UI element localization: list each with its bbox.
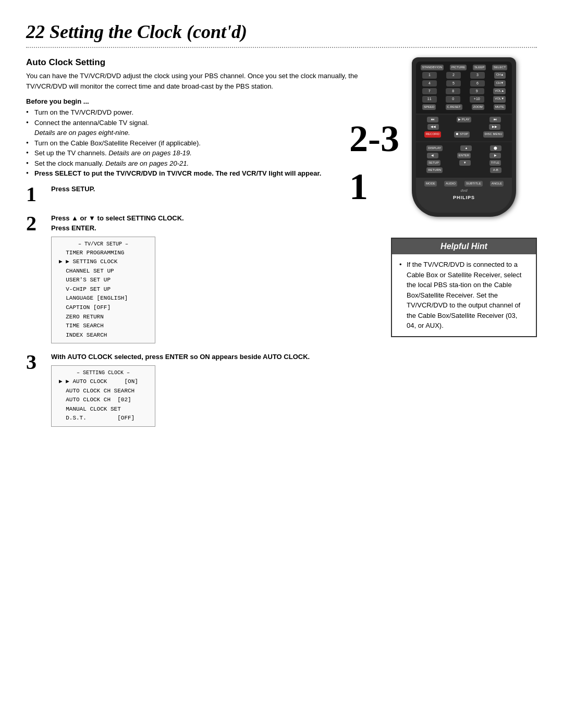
play-button[interactable]: ▶ PLAY xyxy=(457,117,471,122)
menu-item: AUTO CLOCK CH [02] xyxy=(57,396,150,405)
remote-bottom-section: MODE AUDIO SUBTITLE ANGLE dvd PHILIPS xyxy=(416,178,512,213)
nav-left-button[interactable]: ◀ xyxy=(427,153,438,158)
ff-button[interactable]: ▶▶ xyxy=(489,124,500,130)
button-plus10[interactable]: +10 xyxy=(470,96,484,102)
angle-button[interactable]: ANGLE xyxy=(490,181,504,187)
menu-title: – SETTING CLOCK – xyxy=(57,369,150,377)
main-layout: Auto Clock Setting You can have the TV/V… xyxy=(26,57,537,435)
step-3-number: 3 xyxy=(26,352,46,373)
before-bullets: Turn on the TV/VCR/DVD power. Connect th… xyxy=(26,107,375,179)
menu-item: CAPTION [OFF] xyxy=(57,303,150,313)
big-numbers: 2-3 1 xyxy=(349,120,399,205)
zoom-button[interactable]: ZOOM xyxy=(472,104,484,110)
list-item: Set the clock manually. Details are on p… xyxy=(26,158,375,169)
button-9[interactable]: 9 xyxy=(470,88,484,94)
display-row: DISPLAY ▲ ⬤ xyxy=(418,145,510,151)
step-2-instruction: Press ▲ or ▼ to select SETTING CLOCK. Pr… xyxy=(51,213,375,233)
sleep-button[interactable]: SLEEP xyxy=(473,65,486,70)
button-1[interactable]: 1 xyxy=(422,72,437,78)
enter-button[interactable]: ENTER xyxy=(457,153,471,158)
stop-button[interactable]: ⏹ STOP xyxy=(454,131,470,137)
creset-button[interactable]: C.RESET xyxy=(446,104,462,110)
prev-button[interactable]: ⏮ xyxy=(427,117,438,122)
menu-item: AUTO CLOCK CH SEARCH xyxy=(57,387,150,396)
picture-button[interactable]: PICTURE xyxy=(450,65,467,70)
helpful-hint-box: Helpful Hint If the TV/VCR/DVD is connec… xyxy=(391,238,537,337)
rew-button[interactable]: ◀◀ xyxy=(427,124,439,130)
nav-down-button[interactable]: ▼ xyxy=(459,160,471,166)
step-3-menu: – SETTING CLOCK – ▶ AUTO CLOCK [ON] AUTO… xyxy=(51,365,155,427)
menu-item: TIME SEARCH xyxy=(57,322,150,331)
ab-button[interactable]: A-B xyxy=(490,167,501,173)
step-2-number: 2 xyxy=(26,213,46,234)
step-1-instruction: Press SETUP. xyxy=(51,184,375,194)
button-4[interactable]: 4 xyxy=(422,80,437,87)
right-column: 2-3 1 STANDBY/ON PICTURE SLEEP SELECT 1 … xyxy=(391,57,537,435)
remote-control: STANDBY/ON PICTURE SLEEP SELECT 1 2 3 CH… xyxy=(412,57,516,217)
menu-item: CHANNEL SET UP xyxy=(57,267,150,276)
remote-row-top: STANDBY/ON PICTURE SLEEP SELECT xyxy=(418,65,510,70)
step-2: 2 Press ▲ or ▼ to select SETTING CLOCK. … xyxy=(26,213,375,344)
section-divider xyxy=(26,47,537,48)
step-1-number: 1 xyxy=(26,184,46,205)
record-button[interactable]: RECORD xyxy=(424,131,441,137)
list-item: Turn on the Cable Box/Satellite Receiver… xyxy=(26,138,375,149)
nav-right-button[interactable]: ▶ xyxy=(489,153,501,158)
mute-button[interactable]: MUTE xyxy=(494,104,506,110)
mode-button[interactable]: MODE xyxy=(424,181,437,187)
button-8[interactable]: 8 xyxy=(446,88,460,94)
remote-row-num2: 4 5 6 CH▼ xyxy=(418,80,510,87)
step-1: 1 Press SETUP. xyxy=(26,184,375,205)
remote-row-num4: 11 0 +10 VOL▼ xyxy=(418,96,510,102)
list-item-bold: Press SELECT to put the TV/VCR/DVD in TV… xyxy=(26,168,375,179)
remote-row-func: SPEED C.RESET ZOOM MUTE xyxy=(418,104,510,110)
helpful-hint-body: If the TV/VCR/DVD is connected to a Cabl… xyxy=(392,254,536,336)
display-button[interactable]: DISPLAY xyxy=(426,145,443,151)
audio-button[interactable]: AUDIO xyxy=(444,181,457,187)
transport-row3: RECORD ⏹ STOP DISC MENU xyxy=(418,131,510,137)
disc-menu-button[interactable]: DISC MENU xyxy=(483,131,504,137)
ch-down-button[interactable]: CH▼ xyxy=(494,80,506,87)
dvd-logo: dvd xyxy=(421,188,507,193)
record-top-button[interactable]: ⬤ xyxy=(490,145,501,151)
menu-item: ZERO RETURN xyxy=(57,313,150,322)
speed-button[interactable]: SPEED xyxy=(422,104,436,110)
button-7[interactable]: 7 xyxy=(422,88,437,94)
list-item: Turn on the TV/VCR/DVD power. xyxy=(26,107,375,118)
ch-up-button[interactable]: CH▲ xyxy=(494,72,506,78)
setup-button[interactable]: SETUP xyxy=(427,160,440,166)
menu-item: MANUAL CLOCK SET xyxy=(57,405,150,414)
button-2[interactable]: 2 xyxy=(446,72,461,78)
button-11[interactable]: 11 xyxy=(422,96,437,102)
button-6[interactable]: 6 xyxy=(470,80,485,87)
section-heading: Auto Clock Setting xyxy=(26,57,375,68)
button-3[interactable]: 3 xyxy=(470,72,485,78)
nav-up-button[interactable]: ▲ xyxy=(460,145,472,151)
before-heading: Before you begin ... xyxy=(26,97,375,105)
standby-button[interactable]: STANDBY/ON xyxy=(421,65,444,70)
next-button[interactable]: ⏭ xyxy=(489,117,501,122)
remote-top-section: STANDBY/ON PICTURE SLEEP SELECT 1 2 3 CH… xyxy=(416,61,512,114)
vol-down-button[interactable]: VOL▼ xyxy=(493,96,506,102)
step-3-instruction: With AUTO CLOCK selected, press ENTER so… xyxy=(51,352,375,362)
select-button[interactable]: SELECT xyxy=(492,65,507,70)
button-5[interactable]: 5 xyxy=(446,80,461,87)
transport-row2: ◀◀ ▶▶ xyxy=(418,124,510,130)
vol-up-button[interactable]: VOL▲ xyxy=(493,88,506,94)
helpful-hint-title: Helpful Hint xyxy=(392,239,536,254)
number-1: 1 xyxy=(349,168,399,205)
setup-row: SETUP ▼ TITLE xyxy=(418,160,510,166)
spacer xyxy=(460,167,472,173)
menu-item: V-CHIP SET UP xyxy=(57,285,150,294)
menu-item: D.S.T. [OFF] xyxy=(57,414,150,423)
return-button[interactable]: RETURN xyxy=(426,167,443,173)
list-item: Connect the antenna/Cable TV signal. Det… xyxy=(26,118,375,138)
button-0[interactable]: 0 xyxy=(446,96,460,102)
return-row: RETURN A-B xyxy=(418,167,510,173)
title-button[interactable]: TITLE xyxy=(489,160,501,166)
steps-section: 1 Press SETUP. 2 Press ▲ or ▼ to select … xyxy=(26,184,375,427)
menu-item-selected: ▶ AUTO CLOCK [ON] xyxy=(57,377,150,387)
remote-row-num1: 1 2 3 CH▲ xyxy=(418,72,510,78)
step-3-body: With AUTO CLOCK selected, press ENTER so… xyxy=(51,352,375,426)
subtitle-button[interactable]: SUBTITLE xyxy=(464,181,483,187)
